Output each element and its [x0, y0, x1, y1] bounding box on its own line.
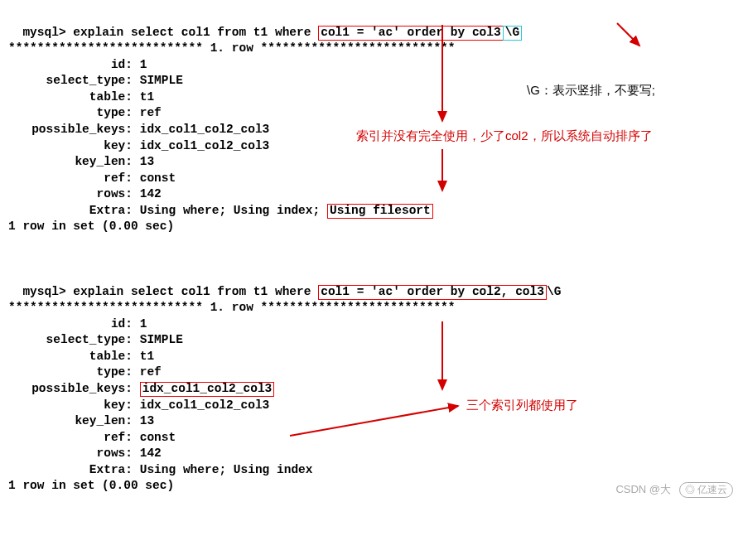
q1-suffix: \G	[503, 26, 522, 41]
q2-extra: Extra:Using where; Using index	[8, 462, 735, 479]
q2-possible-keys: possible_keys:idx_col1_col2_col3	[8, 381, 735, 398]
q1-prefix: explain select col1 from t1 where	[73, 26, 318, 39]
q2-ref: ref:const	[8, 430, 735, 447]
query2-line: mysql> explain select col1 from t1 where…	[8, 268, 735, 300]
mysql-prompt: mysql>	[22, 285, 73, 298]
q1-rows: rows:142	[8, 186, 735, 203]
q1-id: id:1	[8, 57, 735, 74]
q1-key-len: key_len:13	[8, 154, 735, 171]
q1-extra-highlight: Using filesort	[327, 204, 433, 219]
annotation-index-not-full: 索引并没有完全使用，少了col2，所以系统自动排序了	[356, 128, 653, 144]
query1-line: mysql> explain select col1 from t1 where…	[8, 8, 735, 41]
q2-prefix: explain select col1 from t1 where	[73, 285, 318, 298]
q1-extra: Extra:Using where; Using index; Using fi…	[8, 203, 735, 220]
q2-highlight: col1 = 'ac' order by col2, col3	[318, 285, 547, 300]
q1-type: type:ref	[8, 105, 735, 122]
q2-suffix: \G	[547, 285, 561, 298]
q2-row-header: *************************** 1. row *****…	[8, 300, 735, 316]
q2-select-type: select_type:SIMPLE	[8, 332, 735, 349]
q2-key-len: key_len:13	[8, 413, 735, 430]
watermark-badge: ◎ 亿速云	[679, 482, 733, 498]
q1-highlight: col1 = 'ac' order by col3	[318, 26, 504, 41]
q2-id: id:1	[8, 316, 735, 333]
q1-row-header: *************************** 1. row *****…	[8, 41, 735, 57]
watermark: CSDN @大 ◎ 亿速云	[615, 482, 733, 498]
q1-footer: 1 row in set (0.00 sec)	[8, 219, 735, 235]
q1-ref: ref:const	[8, 171, 735, 187]
q2-key: key:idx_col1_col2_col3	[8, 398, 735, 414]
watermark-csdn: CSDN @大	[615, 483, 671, 495]
annotation-g-note: \G：表示竖排，不要写;	[527, 83, 655, 99]
q2-table: table:t1	[8, 349, 735, 365]
q2-rows: rows:142	[8, 446, 735, 462]
annotation-three-cols-used: 三个索引列都使用了	[466, 398, 578, 413]
mysql-prompt: mysql>	[22, 26, 73, 39]
q2-possible-keys-highlight: idx_col1_col2_col3	[140, 382, 275, 397]
q2-type: type:ref	[8, 364, 735, 381]
